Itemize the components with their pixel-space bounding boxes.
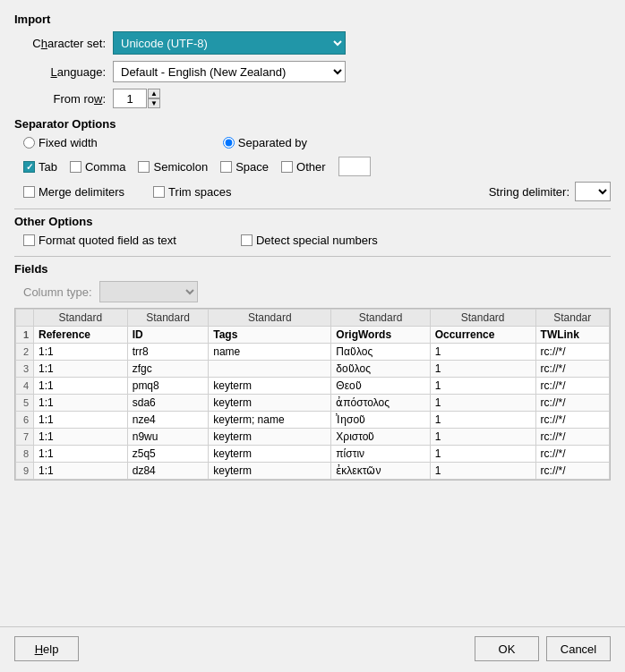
- import-dialog: Import Character set: Unicode (UTF-8) La…: [0, 0, 625, 672]
- table-cell: 1: [430, 395, 535, 412]
- table-cell: Θεοῦ: [331, 378, 430, 395]
- table-cell: rc://*/: [535, 395, 609, 412]
- table-cell: keyterm: [209, 429, 331, 446]
- table-cell: 2: [16, 344, 34, 361]
- table-cell: zfgc: [127, 361, 209, 378]
- table-cell: 1:1: [34, 395, 128, 412]
- table-cell: rc://*/: [535, 412, 609, 429]
- cancel-button[interactable]: Cancel: [546, 636, 611, 661]
- other-checkbox[interactable]: [281, 161, 293, 173]
- fields-col-row: Column type:: [14, 281, 611, 302]
- fromrow-spinner: ▲ ▼: [148, 89, 160, 108]
- tab-label: Tab: [39, 160, 57, 174]
- semicolon-checkbox-item: Semicolon: [138, 160, 208, 174]
- content-area: Import Character set: Unicode (UTF-8) La…: [0, 0, 625, 626]
- string-delimiter-select[interactable]: " ': [575, 182, 611, 201]
- format-quoted-item: Format quoted field as text: [23, 234, 176, 247]
- table-row: 31:1zfgcδοῦλος1rc://*/: [16, 361, 610, 378]
- table-cell: sda6: [127, 395, 209, 412]
- space-checkbox[interactable]: [220, 161, 232, 173]
- col-type-select[interactable]: [99, 281, 198, 302]
- table-cell: keyterm; name: [209, 412, 331, 429]
- table-cell: dz84: [127, 463, 209, 480]
- table-cell: 5: [16, 395, 34, 412]
- separated-by-label: Separated by: [238, 136, 307, 149]
- fixed-width-option[interactable]: Fixed width: [23, 136, 98, 149]
- table-colnames-row: 1 Reference ID Tags OrigWords Occurrence…: [16, 327, 610, 344]
- table-cell: 1:1: [34, 361, 128, 378]
- spinner-down[interactable]: ▼: [148, 98, 160, 108]
- fixed-width-radio[interactable]: [23, 137, 35, 149]
- fromrow-label: From row:: [14, 92, 113, 106]
- space-checkbox-item: Space: [220, 160, 269, 174]
- table-cell: 9: [16, 463, 34, 480]
- other-options-title: Other Options: [14, 215, 611, 228]
- table-cell: rc://*/: [535, 344, 609, 361]
- table-cell: ἀπόστολος: [331, 395, 430, 412]
- language-row: Language: Default - English (New Zealand…: [14, 61, 611, 82]
- fromrow-row: From row: ▲ ▼: [14, 89, 611, 108]
- string-delimiter-label: String delimiter:: [489, 185, 569, 199]
- table-header-col2: Standard: [127, 310, 209, 327]
- table-cell: 1:1: [34, 429, 128, 446]
- ok-button[interactable]: OK: [475, 636, 539, 661]
- table-header-col3: Standard: [209, 310, 331, 327]
- separated-by-radio[interactable]: [223, 137, 235, 149]
- table-cell: 1:1: [34, 446, 128, 463]
- import-section: Import Character set: Unicode (UTF-8) La…: [14, 13, 611, 108]
- fixed-width-label: Fixed width: [39, 136, 98, 149]
- other-text-input[interactable]: [338, 157, 371, 176]
- table-cell: keyterm: [209, 378, 331, 395]
- language-select[interactable]: Default - English (New Zealand): [113, 61, 346, 82]
- table-cell: 1:1: [34, 344, 128, 361]
- format-quoted-checkbox[interactable]: [23, 234, 35, 246]
- separator-row3: Merge delimiters Trim spaces String deli…: [14, 182, 611, 201]
- charset-row: Character set: Unicode (UTF-8): [14, 31, 611, 55]
- table-cell: 4: [16, 378, 34, 395]
- table-cell: Ἰησοῦ: [331, 412, 430, 429]
- table-cell: keyterm: [209, 446, 331, 463]
- trim-spaces-checkbox[interactable]: [153, 186, 165, 198]
- string-delimiter-group: String delimiter: " ': [489, 182, 611, 201]
- tab-checkbox-item: Tab: [23, 160, 57, 174]
- table-row: 51:1sda6keytermἀπόστολος1rc://*/: [16, 395, 610, 412]
- table-cell: Παῦλος: [331, 344, 430, 361]
- table-cell: 8: [16, 446, 34, 463]
- table-cell: name: [209, 344, 331, 361]
- fields-title: Fields: [14, 262, 611, 276]
- table-row: 21:1trr8nameΠαῦλος1rc://*/: [16, 344, 610, 361]
- separator-radio-row: Fixed width Separated by: [14, 136, 611, 149]
- import-title: Import: [14, 13, 611, 26]
- semicolon-checkbox[interactable]: [138, 161, 150, 173]
- format-quoted-label: Format quoted field as text: [39, 234, 176, 247]
- divider2: [14, 256, 611, 257]
- table-cell: πίστιν: [331, 446, 430, 463]
- table-cell: 3: [16, 361, 34, 378]
- detect-special-checkbox[interactable]: [241, 234, 253, 246]
- separator-section: Separator Options Fixed width Separated …: [14, 117, 611, 201]
- fromrow-input[interactable]: [113, 89, 147, 108]
- spinner-up[interactable]: ▲: [148, 89, 160, 98]
- other-opts-row: Format quoted field as text Detect speci…: [14, 234, 611, 247]
- tab-checkbox[interactable]: [23, 161, 35, 173]
- comma-checkbox[interactable]: [70, 161, 81, 173]
- charset-select[interactable]: Unicode (UTF-8): [113, 31, 346, 55]
- help-button[interactable]: Help: [14, 636, 79, 661]
- data-table-container: Standard Standard Standard Standard Stan…: [14, 308, 611, 481]
- table-cell: 1: [430, 344, 535, 361]
- table-row: 71:1n9wukeytermΧριστοῦ1rc://*/: [16, 429, 610, 446]
- separated-by-option[interactable]: Separated by: [223, 136, 307, 149]
- table-cell: 7: [16, 429, 34, 446]
- table-cell: rc://*/: [535, 361, 609, 378]
- trim-spaces-item: Trim spaces: [153, 185, 231, 199]
- table-header-col1: Standard: [34, 310, 128, 327]
- merge-delimiters-checkbox[interactable]: [23, 186, 35, 198]
- table-cell: ἐκλεκτῶν: [331, 463, 430, 480]
- table-row: 61:1nze4keyterm; nameἸησοῦ1rc://*/: [16, 412, 610, 429]
- table-cell: pmq8: [127, 378, 209, 395]
- language-label: Language:: [14, 65, 113, 79]
- table-cell: 1: [430, 429, 535, 446]
- table-cell: rc://*/: [535, 429, 609, 446]
- table-header-row: Standard Standard Standard Standard Stan…: [16, 310, 610, 327]
- separator-title: Separator Options: [14, 117, 611, 131]
